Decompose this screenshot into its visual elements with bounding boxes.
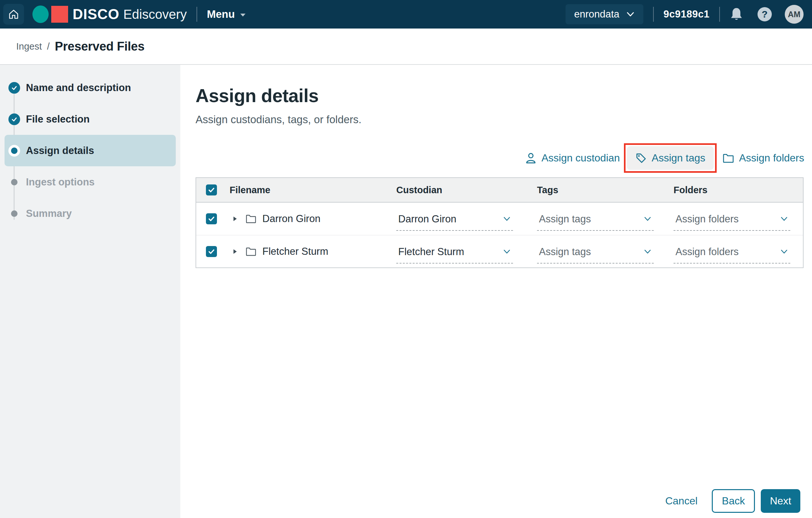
brand-name: DISCO xyxy=(72,6,119,22)
step-ingest-options[interactable]: Ingest options xyxy=(0,166,180,198)
step-pending-dot-icon xyxy=(8,208,20,219)
caret-down-icon xyxy=(239,11,246,18)
step-current-dot-icon xyxy=(8,145,20,157)
caret-right-icon xyxy=(232,248,238,255)
tags-placeholder: Assign tags xyxy=(539,213,591,225)
folders-dropdown[interactable]: Assign folders xyxy=(673,246,790,264)
chevron-down-icon xyxy=(780,249,788,255)
next-button[interactable]: Next xyxy=(761,489,800,513)
help-icon: ? xyxy=(757,7,772,21)
app-window: DISCO Ediscovery Menu enrondata 9c9189c1… xyxy=(0,0,812,518)
home-button[interactable] xyxy=(3,4,24,25)
step-completed-check-icon xyxy=(8,114,20,125)
chevron-down-icon xyxy=(643,216,652,222)
cancel-button[interactable]: Cancel xyxy=(665,495,698,507)
disco-logo: DISCO Ediscovery xyxy=(32,5,187,23)
check-icon xyxy=(207,248,215,255)
breadcrumb-separator: / xyxy=(47,41,50,52)
session-id: 9c9189c1 xyxy=(664,8,709,20)
home-icon xyxy=(7,8,20,21)
custodian-value: Darron Giron xyxy=(398,213,456,225)
table-header-row: Filename Custodian Tags Folders xyxy=(196,178,803,203)
step-list: Name and description File selection Assi… xyxy=(0,72,180,229)
topbar-divider xyxy=(653,7,654,22)
help-button[interactable]: ? xyxy=(757,7,772,21)
table-row: Fletcher Sturm Fletcher Sturm Assign tag… xyxy=(196,235,803,268)
assign-tags-label: Assign tags xyxy=(652,152,705,164)
folders-placeholder: Assign folders xyxy=(675,213,739,225)
column-header-folders: Folders xyxy=(673,185,803,195)
organization-selector[interactable]: enrondata xyxy=(566,4,643,24)
tags-dropdown[interactable]: Assign tags xyxy=(537,246,654,264)
caret-right-icon xyxy=(232,215,238,222)
step-completed-check-icon xyxy=(8,82,20,94)
step-pending-dot-icon xyxy=(8,176,20,188)
product-name: Ediscovery xyxy=(123,7,187,22)
check-icon xyxy=(207,215,215,223)
folders-placeholder: Assign folders xyxy=(675,246,739,258)
chevron-down-icon xyxy=(643,249,652,255)
step-label: Assign details xyxy=(26,145,94,157)
assign-custodian-label: Assign custodian xyxy=(542,152,620,164)
filename: Darron Giron xyxy=(262,213,320,225)
column-header-custodian: Custodian xyxy=(396,185,537,195)
step-label: Ingest options xyxy=(26,176,95,188)
avatar[interactable]: AM xyxy=(785,5,804,24)
step-name-and-description[interactable]: Name and description xyxy=(0,72,180,103)
column-header-tags: Tags xyxy=(537,185,673,195)
chevron-down-icon xyxy=(626,11,635,18)
assign-custodian-button[interactable]: Assign custodian xyxy=(525,152,620,164)
folders-dropdown[interactable]: Assign folders xyxy=(673,213,790,231)
tag-icon xyxy=(635,152,647,164)
step-label: File selection xyxy=(26,114,89,125)
custodian-dropdown[interactable]: Fletcher Sturm xyxy=(396,246,513,264)
assign-folders-button[interactable]: Assign folders xyxy=(723,152,804,164)
bulk-assign-actions: Assign custodian Assign tags Assign fold… xyxy=(196,143,804,173)
page-title-breadcrumb: Preserved Files xyxy=(55,39,144,54)
tags-dropdown[interactable]: Assign tags xyxy=(537,213,654,231)
folder-icon xyxy=(245,214,257,224)
topbar-divider xyxy=(719,7,720,22)
logo-red-square-icon xyxy=(51,6,68,23)
chevron-down-icon xyxy=(503,216,511,222)
person-icon xyxy=(525,152,537,164)
assign-details-table: Filename Custodian Tags Folders xyxy=(196,177,804,268)
step-summary[interactable]: Summary xyxy=(0,198,180,229)
breadcrumb-parent-link[interactable]: Ingest xyxy=(16,41,42,52)
page-subtitle: Assign custodians, tags, or folders. xyxy=(196,114,804,126)
chevron-down-icon xyxy=(780,216,788,222)
chevron-down-icon xyxy=(503,249,511,255)
custodian-value: Fletcher Sturm xyxy=(398,246,464,258)
assign-folders-label: Assign folders xyxy=(739,152,804,164)
wizard-footer: Cancel Back Next xyxy=(665,489,800,513)
organization-label: enrondata xyxy=(574,8,619,20)
logo-teal-dot-icon xyxy=(32,5,49,23)
step-assign-details[interactable]: Assign details xyxy=(4,135,176,166)
wizard-sidebar: Name and description File selection Assi… xyxy=(0,65,180,518)
expand-row-button[interactable] xyxy=(232,248,238,255)
step-file-selection[interactable]: File selection xyxy=(0,103,180,135)
column-header-filename: Filename xyxy=(219,185,396,195)
notifications-button[interactable] xyxy=(730,7,743,22)
row-checkbox[interactable] xyxy=(206,213,217,224)
expand-row-button[interactable] xyxy=(232,215,238,222)
select-all-checkbox[interactable] xyxy=(206,184,217,195)
back-button[interactable]: Back xyxy=(712,489,755,513)
breadcrumb: Ingest / Preserved Files xyxy=(0,29,812,65)
tags-placeholder: Assign tags xyxy=(539,246,591,258)
top-navigation-bar: DISCO Ediscovery Menu enrondata 9c9189c1… xyxy=(0,0,812,29)
bell-icon xyxy=(730,7,743,22)
folder-icon xyxy=(723,153,734,163)
page-title: Assign details xyxy=(196,85,804,106)
assign-tags-button[interactable]: Assign tags xyxy=(627,146,714,170)
custodian-dropdown[interactable]: Darron Giron xyxy=(396,213,513,231)
table-row: Darron Giron Darron Giron Assign tags xyxy=(196,203,803,235)
check-icon xyxy=(207,186,215,194)
menu-button[interactable]: Menu xyxy=(207,8,246,21)
topbar-divider xyxy=(197,7,197,22)
step-label: Summary xyxy=(26,208,72,219)
body: Name and description File selection Assi… xyxy=(0,65,812,518)
filename: Fletcher Sturm xyxy=(262,246,328,257)
row-checkbox[interactable] xyxy=(206,246,217,257)
folder-icon xyxy=(245,247,257,256)
